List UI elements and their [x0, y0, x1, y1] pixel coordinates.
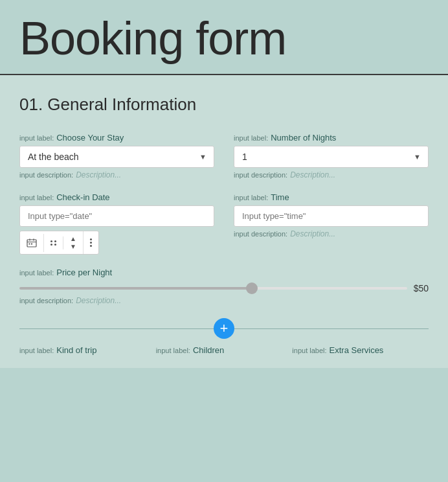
time-label-prefix: input label:: [234, 194, 268, 201]
checkin-input-wrapper: [19, 205, 214, 227]
time-description: Description...: [290, 229, 335, 238]
dots-icon: [50, 240, 56, 246]
nights-label-prefix: input label:: [234, 134, 268, 142]
more-icon: [90, 238, 92, 247]
slider-thumb[interactable]: [246, 282, 258, 294]
price-slider-container: $50: [19, 283, 429, 293]
choose-stay-label-row: input label: Choose Your Stay: [19, 133, 214, 143]
extra-services-label: Extra Services: [330, 345, 384, 355]
price-desc-row: input description: Description...: [19, 296, 429, 305]
choose-stay-desc-row: input description: Description...: [19, 170, 214, 179]
kind-of-trip-prefix: input label:: [19, 347, 54, 354]
extra-services-group: input label: Extra Services: [292, 345, 429, 355]
calendar-icon-btn[interactable]: [20, 234, 44, 252]
nights-label-row: input label: Number of Nights: [234, 133, 429, 143]
time-desc-row: input description: Description...: [234, 229, 429, 238]
add-button[interactable]: +: [214, 318, 234, 339]
children-group: input label: Children: [156, 345, 293, 355]
arrows-icon-btn[interactable]: ▲ ▼: [63, 231, 84, 254]
section-title: 01. General Information: [19, 95, 429, 115]
header-section: Booking form: [0, 0, 448, 74]
bottom-labels-row: input label: Kind of trip input label: C…: [19, 345, 429, 355]
arrows-icon: ▲ ▼: [70, 235, 76, 250]
nights-desc-row: input description: Description...: [234, 170, 429, 179]
price-desc-prefix: input description:: [19, 297, 73, 304]
time-group: input label: Time input description: Des…: [234, 192, 429, 255]
checkin-input[interactable]: [19, 205, 214, 227]
price-label-prefix: input label:: [19, 269, 54, 277]
nights-select[interactable]: 1 2 3 4 5: [234, 146, 429, 168]
choose-stay-group: input label: Choose Your Stay At the bea…: [19, 133, 214, 179]
divider-line-right: [234, 328, 429, 329]
dots-icon-btn[interactable]: [44, 236, 63, 249]
calendar-icon: [27, 238, 37, 248]
nights-group: input label: Number of Nights 1 2 3 4 5 …: [234, 133, 429, 179]
nights-label: Number of Nights: [271, 133, 336, 143]
kind-of-trip-label: Kind of trip: [56, 345, 96, 355]
choose-stay-label: Choose Your Stay: [56, 133, 124, 143]
svg-rect-5: [31, 243, 32, 244]
content-area: 01. General Information input label: Cho…: [0, 75, 448, 368]
choose-stay-label-prefix: input label:: [19, 134, 54, 142]
kind-of-trip-group: input label: Kind of trip: [19, 345, 156, 355]
time-label-row: input label: Time: [234, 192, 429, 202]
nights-desc-prefix: input description:: [234, 171, 287, 179]
price-label: Price per Night: [56, 268, 112, 277]
price-description: Description...: [76, 296, 121, 305]
time-desc-prefix: input description:: [234, 230, 287, 238]
slider-track: [19, 287, 407, 290]
extra-services-prefix: input label:: [292, 347, 326, 354]
choose-stay-select-wrapper[interactable]: At the beach In the mountains City hotel…: [19, 146, 214, 168]
date-toolbar: ▲ ▼: [19, 231, 99, 255]
children-label: Children: [193, 345, 224, 355]
time-input[interactable]: [234, 205, 429, 227]
choose-stay-select[interactable]: At the beach In the mountains City hotel…: [19, 146, 214, 168]
svg-rect-4: [29, 243, 30, 244]
nights-description: Description...: [290, 170, 335, 179]
divider-row: +: [19, 318, 429, 339]
choose-stay-desc-prefix: input description:: [19, 171, 73, 179]
form-row-2: input label: Check-in Date: [19, 192, 429, 255]
children-prefix: input label:: [156, 347, 190, 354]
form-row-1: input label: Choose Your Stay At the bea…: [19, 133, 429, 179]
time-label: Time: [271, 192, 289, 202]
price-group: input label: Price per Night $50 input d…: [19, 268, 429, 305]
slider-fill: [19, 287, 252, 290]
more-icon-btn[interactable]: [84, 235, 98, 251]
page-title: Booking form: [19, 13, 429, 64]
nights-select-wrapper[interactable]: 1 2 3 4 5: [234, 146, 429, 168]
form-row-3: input label: Price per Night $50 input d…: [19, 268, 429, 305]
checkin-group: input label: Check-in Date: [19, 192, 214, 255]
checkin-label-prefix: input label:: [19, 194, 54, 201]
choose-stay-description: Description...: [76, 170, 121, 179]
divider-line-left: [19, 328, 214, 329]
checkin-label: Check-in Date: [56, 192, 109, 202]
price-value: $50: [414, 283, 429, 293]
checkin-label-row: input label: Check-in Date: [19, 192, 214, 202]
price-label-row: input label: Price per Night: [19, 268, 429, 277]
